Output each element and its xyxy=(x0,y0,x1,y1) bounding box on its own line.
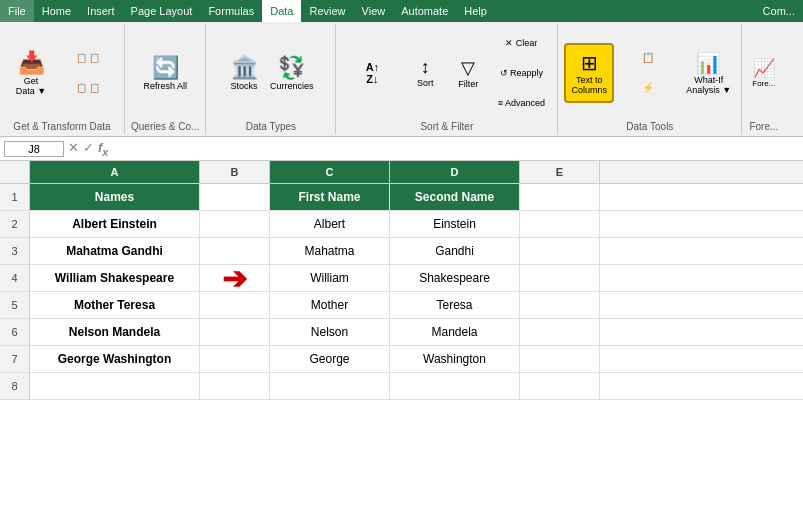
forecast-label: Fore... xyxy=(749,121,778,132)
menu-view[interactable]: View xyxy=(354,0,394,22)
sort-az-za: A↑Z↓ xyxy=(342,59,402,87)
cell-c5[interactable]: Mother xyxy=(270,292,390,318)
cell-c8[interactable] xyxy=(270,373,390,399)
get-data-sub1[interactable]: 📋 📋 xyxy=(58,44,118,72)
cell-c7[interactable]: George xyxy=(270,346,390,372)
cell-b4-arrow: ➔ xyxy=(200,265,270,291)
cell-b5[interactable] xyxy=(200,292,270,318)
table-row: 2 Albert Einstein Albert Einstein xyxy=(0,211,803,238)
menu-file[interactable]: File xyxy=(0,0,34,22)
col-header-e[interactable]: E xyxy=(520,161,600,183)
get-data-sub2[interactable]: 📋 📋 xyxy=(58,74,118,102)
what-if-button[interactable]: 📊 What-If Analysis ▼ xyxy=(682,43,735,103)
cell-c4[interactable]: William xyxy=(270,265,390,291)
cell-a1[interactable]: Names xyxy=(30,184,200,210)
sort-button[interactable]: ↕ Sort xyxy=(405,43,445,103)
formula-bar: ✕ ✓ fx xyxy=(0,137,803,161)
column-headers: A B C D E xyxy=(0,161,803,184)
ribbon-group-sort-filter: A↑Z↓ ↕ Sort ▽ Filter ✕ Clear ↺ Reapply ≡… xyxy=(336,24,558,134)
menu-insert[interactable]: Insert xyxy=(79,0,123,22)
cell-b8[interactable] xyxy=(200,373,270,399)
menu-review[interactable]: Review xyxy=(301,0,353,22)
ribbon-group-queries: 🔄 Refresh All Queries & Co... xyxy=(125,24,206,134)
row-num-3: 3 xyxy=(0,238,30,264)
cell-c6[interactable]: Nelson xyxy=(270,319,390,345)
table-row: 4 William Shakespeare ➔ William Shakespe… xyxy=(0,265,803,292)
stocks-button[interactable]: 🏛️ Stocks xyxy=(224,43,264,103)
function-icon[interactable]: fx xyxy=(98,140,108,158)
cell-d4[interactable]: Shakespeare xyxy=(390,265,520,291)
cell-a5[interactable]: Mother Teresa xyxy=(30,292,200,318)
cell-a7[interactable]: George Washington xyxy=(30,346,200,372)
cell-b2[interactable] xyxy=(200,211,270,237)
cell-a8[interactable] xyxy=(30,373,200,399)
col-header-b[interactable]: B xyxy=(200,161,270,183)
menu-bar: File Home Insert Page Layout Formulas Da… xyxy=(0,0,803,22)
cell-c1[interactable]: First Name xyxy=(270,184,390,210)
cell-b6[interactable] xyxy=(200,319,270,345)
currencies-button[interactable]: 💱 Currencies xyxy=(266,43,318,103)
get-data-button[interactable]: 📥 GetData ▼ xyxy=(6,43,56,103)
text-to-columns-icon: ⊞ xyxy=(581,51,598,75)
reapply-button[interactable]: ↺ Reapply xyxy=(491,59,551,87)
cell-e8[interactable] xyxy=(520,373,600,399)
cell-d5[interactable]: Teresa xyxy=(390,292,520,318)
cell-b1[interactable] xyxy=(200,184,270,210)
row-num-5: 5 xyxy=(0,292,30,318)
formula-input[interactable] xyxy=(112,141,799,157)
menu-automate[interactable]: Automate xyxy=(393,0,456,22)
spreadsheet: A B C D E 1 Names First Name Second Name… xyxy=(0,161,803,400)
table-row: 6 Nelson Mandela Nelson Mandela xyxy=(0,319,803,346)
data-types-label: Data Types xyxy=(246,121,296,132)
filter-button[interactable]: ▽ Filter xyxy=(448,43,488,103)
data-tools-btn2[interactable]: ⚡ xyxy=(618,74,678,102)
cell-d6[interactable]: Mandela xyxy=(390,319,520,345)
cell-e7[interactable] xyxy=(520,346,600,372)
row-num-6: 6 xyxy=(0,319,30,345)
confirm-icon[interactable]: ✓ xyxy=(83,140,94,158)
cell-e2[interactable] xyxy=(520,211,600,237)
cell-d3[interactable]: Gandhi xyxy=(390,238,520,264)
cell-d2[interactable]: Einstein xyxy=(390,211,520,237)
cell-d1[interactable]: Second Name xyxy=(390,184,520,210)
clear-button[interactable]: ✕ Clear xyxy=(491,29,551,57)
forecast-btn[interactable]: 📈 Fore... xyxy=(748,43,779,103)
cell-e3[interactable] xyxy=(520,238,600,264)
currencies-label: Currencies xyxy=(270,81,314,91)
cell-a6[interactable]: Nelson Mandela xyxy=(30,319,200,345)
col-header-d[interactable]: D xyxy=(390,161,520,183)
col-header-c[interactable]: C xyxy=(270,161,390,183)
formula-icons: ✕ ✓ fx xyxy=(68,140,108,158)
cell-b7[interactable] xyxy=(200,346,270,372)
sort-az-button[interactable]: A↑Z↓ xyxy=(342,59,402,87)
menu-data[interactable]: Data xyxy=(262,0,301,22)
text-to-columns-button[interactable]: ⊞ Text to Columns xyxy=(564,43,614,103)
data-tools-label: Data Tools xyxy=(626,121,673,132)
cell-d7[interactable]: Washington xyxy=(390,346,520,372)
sort-filter-buttons: A↑Z↓ ↕ Sort ▽ Filter ✕ Clear ↺ Reapply ≡… xyxy=(342,26,551,119)
corner-cell xyxy=(0,161,30,183)
cell-c3[interactable]: Mahatma xyxy=(270,238,390,264)
menu-home[interactable]: Home xyxy=(34,0,79,22)
cell-e5[interactable] xyxy=(520,292,600,318)
cell-a3[interactable]: Mahatma Gandhi xyxy=(30,238,200,264)
menu-help[interactable]: Help xyxy=(456,0,495,22)
cancel-icon[interactable]: ✕ xyxy=(68,140,79,158)
data-tools-buttons: ⊞ Text to Columns 📋 ⚡ 📊 What-If Analysis… xyxy=(564,26,735,119)
cell-a4[interactable]: William Shakespeare xyxy=(30,265,200,291)
data-tools-btn1[interactable]: 📋 xyxy=(618,44,678,72)
advanced-button[interactable]: ≡ Advanced xyxy=(491,89,551,117)
cell-c2[interactable]: Albert xyxy=(270,211,390,237)
cell-e4[interactable] xyxy=(520,265,600,291)
cell-e1[interactable] xyxy=(520,184,600,210)
cell-d8[interactable] xyxy=(390,373,520,399)
ribbon-group-get-transform: 📥 GetData ▼ 📋 📋 📋 📋 Get & Transform Data xyxy=(0,24,125,134)
cell-a2[interactable]: Albert Einstein xyxy=(30,211,200,237)
cell-e6[interactable] xyxy=(520,319,600,345)
col-header-a[interactable]: A xyxy=(30,161,200,183)
menu-page-layout[interactable]: Page Layout xyxy=(123,0,201,22)
refresh-all-button[interactable]: 🔄 Refresh All xyxy=(139,43,191,103)
cell-b3[interactable] xyxy=(200,238,270,264)
cell-reference[interactable] xyxy=(4,141,64,157)
menu-formulas[interactable]: Formulas xyxy=(200,0,262,22)
